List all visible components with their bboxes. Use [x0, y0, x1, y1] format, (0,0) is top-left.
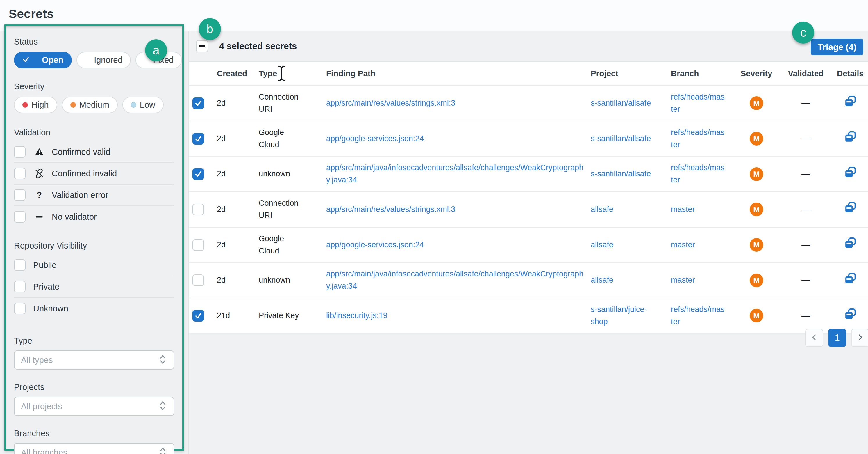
filter-checkbox[interactable] [14, 146, 26, 158]
finding-path-link[interactable]: app/google-services.json:24 [326, 134, 424, 143]
finding-path-link[interactable]: app/src/main/res/values/strings.xml:3 [326, 205, 455, 214]
select-all-checkbox[interactable] [196, 40, 208, 52]
column-header-project[interactable]: Project [585, 69, 665, 78]
severity-pill-low[interactable]: Low [122, 96, 164, 113]
validation-filter-confirmed-valid[interactable]: Confirmed valid [14, 141, 174, 163]
branch-link[interactable]: master [671, 240, 695, 249]
branches-select[interactable]: All branches [14, 443, 174, 454]
severity-medium-badge: M [750, 167, 763, 181]
column-header-finding-path[interactable]: Finding Path [320, 69, 585, 78]
branch-link[interactable]: refs/heads/master [671, 128, 725, 149]
details-button[interactable] [844, 131, 856, 144]
finding-path-cell: lib/insecurity.js:19 [320, 310, 585, 322]
project-link[interactable]: s-santillan/allsafe [591, 98, 651, 107]
details-button[interactable] [844, 237, 856, 250]
filter-pill-label: Ignored [94, 55, 122, 65]
validated-cell: — [780, 203, 832, 217]
row-checkbox-cell [189, 97, 211, 109]
pagination-next-button[interactable] [851, 329, 868, 347]
details-button[interactable] [844, 166, 856, 179]
finding-path-cell: app/src/main/res/values/strings.xml:3 [320, 97, 585, 109]
projects-select[interactable]: All projects [14, 397, 174, 416]
branch-cell: refs/heads/master [665, 304, 733, 328]
broken-link-icon [34, 169, 45, 178]
project-cell: s-santillan/allsafe [585, 97, 665, 109]
details-button[interactable] [844, 95, 856, 108]
triage-button[interactable]: Triage (4) [811, 39, 863, 55]
details-button[interactable] [844, 308, 856, 321]
validation-filter-no-validator[interactable]: No validator [14, 206, 174, 228]
column-header-validated[interactable]: Validated [780, 69, 832, 78]
filter-checkbox[interactable] [14, 303, 26, 314]
branch-link[interactable]: refs/heads/master [671, 305, 725, 326]
finding-path-link[interactable]: app/src/main/java/infosecadventures/alls… [326, 269, 583, 290]
chevron-updown-icon [158, 354, 167, 366]
type-filter-label: Type [14, 336, 174, 346]
row-checkbox[interactable] [192, 310, 204, 321]
pagination-prev-button[interactable] [805, 329, 823, 347]
project-link[interactable]: s-santillan/allsafe [591, 134, 651, 143]
severity-cell: M [733, 132, 780, 145]
details-cell [832, 237, 868, 253]
branch-cell: refs/heads/master [665, 91, 733, 116]
validation-filter-validation-error[interactable]: ? Validation error [14, 185, 174, 206]
row-checkbox-cell [189, 275, 211, 286]
finding-path-link[interactable]: app/google-services.json:24 [326, 240, 424, 249]
column-header-type[interactable]: Type [253, 69, 320, 78]
visibility-filter-unknown[interactable]: Unknown [14, 298, 174, 319]
branch-link[interactable]: master [671, 276, 695, 284]
finding-path-link[interactable]: app/src/main/res/values/strings.xml:3 [326, 98, 455, 107]
filter-pill-label: Medium [80, 100, 109, 110]
branch-link[interactable]: refs/heads/master [671, 163, 725, 184]
filter-checkbox[interactable] [14, 189, 26, 201]
repo-visibility-filter-label: Repository Visibility [14, 241, 174, 251]
row-checkbox[interactable] [192, 239, 204, 251]
branch-link[interactable]: master [671, 205, 695, 214]
status-pill-ignored[interactable]: Ignored [76, 52, 131, 68]
branch-link[interactable]: refs/heads/master [671, 92, 725, 113]
finding-path-link[interactable]: lib/insecurity.js:19 [326, 311, 388, 320]
severity-pill-medium[interactable]: Medium [62, 96, 118, 113]
visibility-filter-private[interactable]: Private [14, 276, 174, 298]
column-header-created[interactable]: Created [211, 69, 253, 78]
row-checkbox[interactable] [192, 275, 204, 286]
row-checkbox[interactable] [192, 168, 204, 180]
column-header-branch[interactable]: Branch [665, 69, 733, 78]
branches-select-value: All branches [21, 448, 67, 454]
column-header-severity[interactable]: Severity [733, 69, 780, 78]
filter-checkbox[interactable] [14, 168, 26, 179]
project-link[interactable]: s-santillan/juice-shop [591, 305, 647, 326]
status-pill-open[interactable]: Open [14, 52, 72, 68]
row-checkbox[interactable] [192, 204, 204, 215]
row-checkbox[interactable] [192, 133, 204, 145]
visibility-filter-public[interactable]: Public [14, 255, 174, 276]
validation-filter-confirmed-invalid[interactable]: Confirmed invalid [14, 163, 174, 185]
type-cell: Private Key [253, 310, 320, 322]
chevron-right-icon [856, 334, 864, 342]
details-button[interactable] [844, 273, 856, 285]
filter-checkbox[interactable] [14, 211, 26, 223]
details-button[interactable] [844, 201, 856, 215]
repo-visibility-filter-list: Public Private Unknown [14, 255, 174, 319]
table-row: 2d Connection URI app/src/main/res/value… [189, 86, 868, 121]
project-link[interactable]: s-santillan/allsafe [591, 169, 651, 178]
project-link[interactable]: allsafe [591, 205, 613, 214]
filter-item-label: Validation error [52, 190, 108, 200]
severity-dot-icon [33, 57, 38, 63]
branch-cell: master [665, 239, 733, 251]
projects-filter-label: Projects [14, 382, 174, 392]
severity-cell: M [733, 167, 780, 181]
finding-path-link[interactable]: app/src/main/java/infosecadventures/alls… [326, 163, 583, 184]
type-select[interactable]: All types [14, 350, 174, 370]
filter-checkbox[interactable] [14, 259, 26, 271]
created-cell: 2d [211, 168, 253, 180]
row-checkbox[interactable] [192, 97, 204, 109]
project-link[interactable]: allsafe [591, 276, 613, 284]
filter-checkbox[interactable] [14, 281, 26, 292]
project-link[interactable]: allsafe [591, 240, 613, 249]
pagination-page-1-button[interactable]: 1 [828, 329, 846, 347]
project-cell: s-santillan/allsafe [585, 133, 665, 145]
row-checkbox-cell [189, 239, 211, 251]
column-header-details[interactable]: Details [832, 69, 868, 78]
severity-pill-high[interactable]: High [14, 96, 57, 113]
